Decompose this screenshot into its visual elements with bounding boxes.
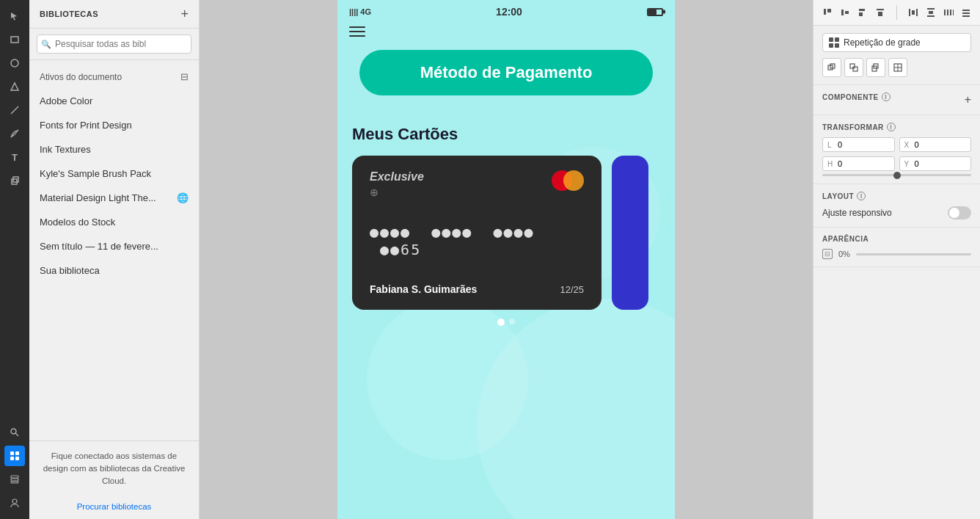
svg-rect-18 [841, 10, 844, 15]
transform-grid: L X H Y [822, 137, 971, 171]
copy-center-btn[interactable] [844, 58, 863, 77]
phone-nav [337, 21, 675, 43]
align-center-btn[interactable] [872, 4, 888, 21]
credit-card-blue [612, 156, 648, 310]
transform-h-input[interactable] [838, 159, 890, 168]
svg-rect-11 [15, 457, 19, 460]
svg-rect-21 [859, 12, 863, 16]
svg-rect-0 [11, 37, 18, 43]
sidebar-item-kyle-brush[interactable]: Kyle's Sample Brush Pack [29, 161, 199, 186]
mastercard-logo [552, 170, 584, 191]
transform-l-field: L [822, 137, 895, 152]
svg-line-3 [11, 106, 18, 114]
card-holder: Fabiana S. Guimarães [370, 283, 477, 295]
svg-rect-20 [859, 9, 865, 11]
cards-row: Exclusive ⊕ ●●●● ●●●● ●●●● ●●65 Fabiana … [352, 156, 660, 310]
align-group-1 [819, 4, 888, 21]
svg-rect-26 [916, 9, 918, 16]
responsive-toggle[interactable] [948, 206, 971, 219]
copy-full-btn[interactable] [888, 58, 907, 77]
transform-l-input[interactable] [838, 140, 890, 149]
search-icon: 🔍 [41, 40, 51, 49]
transform-x-field: X [899, 137, 972, 152]
text-tool[interactable]: T [4, 147, 25, 167]
sidebar-item-fonts[interactable]: Fonts for Print Design [29, 113, 199, 137]
pen-tool[interactable] [4, 123, 25, 144]
repetition-grade-button[interactable]: Repetição de grade [822, 33, 971, 52]
grid-icon [829, 37, 839, 48]
sidebar-item-adobe-color[interactable]: Adobe Color [29, 89, 199, 113]
left-toolbar: T [0, 0, 29, 519]
component-add-button[interactable]: + [965, 93, 971, 106]
distribute-eq-btn[interactable] [940, 4, 957, 21]
svg-rect-12 [11, 476, 18, 478]
copy-left-btn[interactable] [822, 58, 841, 77]
signal-area: |||| 4G [349, 7, 371, 16]
procurar-bibliotecas-link[interactable]: Procurar bibliotecas [77, 502, 152, 511]
svg-rect-22 [877, 9, 884, 10]
transform-info-icon[interactable]: i [887, 123, 896, 131]
my-cards-section: Meus Cartões Exclusive ⊕ [337, 117, 675, 341]
transform-slider[interactable] [822, 174, 971, 176]
toolbar-divider [896, 5, 897, 20]
align-top-btn[interactable] [819, 4, 835, 21]
layout-title: LAYOUT i [822, 192, 971, 200]
svg-rect-29 [927, 15, 935, 17]
phone-mockup: |||| 4G 12:00 Método de Pagamento Meus C… [337, 0, 675, 519]
sidebar-item-sua-biblioteca[interactable]: Sua biblioteca [29, 258, 199, 283]
transform-y-input[interactable] [915, 159, 967, 168]
status-time: 12:00 [496, 6, 522, 18]
ellipse-tool[interactable] [4, 53, 25, 73]
sidebar-item-sem-titulo[interactable]: Sem título — 11 de fevere... [29, 234, 199, 258]
triangle-tool[interactable] [4, 76, 25, 97]
copy-tool[interactable] [4, 170, 25, 191]
card-bottom: Fabiana S. Guimarães 12/25 [370, 283, 584, 295]
sidebar-header: BIBLIOTECAS + [29, 0, 199, 29]
repetition-section: Repetição de grade [813, 26, 980, 85]
rectangle-tool[interactable] [4, 29, 25, 50]
layers-tool[interactable] [4, 469, 25, 490]
sidebar: BIBLIOTECAS + 🔍 Ativos do documento ⊟ Ad… [29, 0, 200, 519]
align-group-2 [905, 4, 974, 21]
distribute-h-btn[interactable] [905, 4, 921, 21]
battery-icon [647, 8, 663, 16]
component-info-icon[interactable]: i [882, 92, 891, 101]
libraries-tool[interactable] [4, 446, 25, 466]
sidebar-item-ativos[interactable]: Ativos do documento ⊟ [29, 65, 199, 89]
payment-button[interactable]: Método de Pagamento [359, 50, 653, 95]
sidebar-search-area: 🔍 [29, 29, 199, 60]
svg-point-1 [11, 59, 18, 67]
svg-rect-33 [953, 10, 954, 15]
network-type: 4G [360, 7, 371, 16]
sidebar-item-modelos[interactable]: Modelos do Stock [29, 210, 199, 234]
line-tool[interactable] [4, 100, 25, 120]
select-tool[interactable] [4, 6, 25, 26]
sidebar-footer: Fique conectado aos sistemas de design c… [29, 440, 199, 519]
sidebar-item-material-design[interactable]: Material Design Light The... 🌐 [29, 186, 199, 210]
svg-rect-27 [927, 8, 935, 10]
my-cards-title: Meus Cartões [352, 125, 660, 144]
hamburger-menu[interactable] [349, 26, 365, 37]
transform-slider-handle[interactable] [893, 172, 901, 179]
more-align-btn[interactable] [958, 4, 974, 21]
align-left-btn[interactable] [855, 4, 871, 21]
search-tool[interactable] [4, 422, 25, 443]
align-middle-btn[interactable] [837, 4, 853, 21]
users-tool[interactable] [4, 493, 25, 513]
svg-rect-35 [962, 12, 970, 14]
svg-rect-9 [15, 451, 19, 455]
aparencia-title: APARÊNCIA [822, 235, 971, 243]
search-input[interactable] [37, 35, 191, 54]
svg-rect-39 [850, 64, 855, 68]
aparencia-image-icon: ⊟ [822, 249, 833, 259]
transform-x-input[interactable] [915, 140, 967, 149]
svg-line-7 [15, 433, 18, 436]
layout-info-icon[interactable]: i [857, 192, 866, 200]
distribute-v-btn[interactable] [923, 4, 939, 21]
svg-rect-14 [11, 482, 18, 483]
add-library-button[interactable]: + [180, 7, 189, 21]
opacity-slider[interactable] [856, 253, 971, 255]
sidebar-item-ink-textures[interactable]: Ink Textures [29, 137, 199, 161]
svg-rect-8 [10, 451, 14, 455]
copy-right-btn[interactable] [866, 58, 885, 77]
